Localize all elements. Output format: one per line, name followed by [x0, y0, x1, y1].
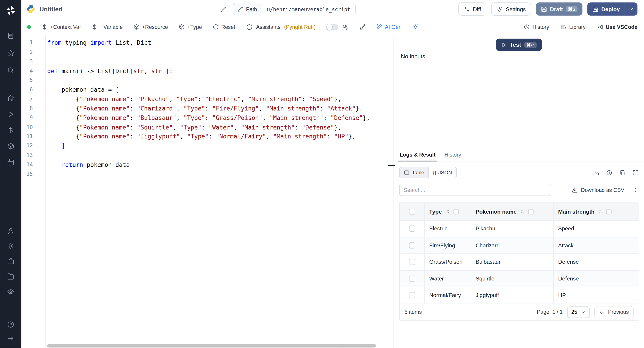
code-line[interactable]: [47, 151, 370, 160]
more-options-button[interactable]: [632, 187, 639, 193]
code-line[interactable]: from typing import List, Dict: [47, 38, 370, 48]
code-line[interactable]: [47, 48, 370, 57]
code-line[interactable]: [47, 170, 370, 179]
toolbar-right: History Library Use VSCode: [524, 24, 638, 30]
table-row[interactable]: Grass/PoisonBulbasaurDefense: [400, 254, 639, 270]
sidebar-item-schedules[interactable]: [7, 158, 14, 166]
sidebar-item-settings[interactable]: [7, 242, 14, 250]
test-button[interactable]: Test ⌘↵: [496, 39, 542, 51]
sidebar-item-users[interactable]: [7, 227, 14, 234]
sidebar-item-folders[interactable]: [7, 273, 14, 280]
previous-page-button[interactable]: Previous: [594, 306, 634, 318]
edit-summary-button[interactable]: [220, 6, 226, 12]
view-json-button[interactable]: {} JSON: [428, 167, 456, 178]
editor-code[interactable]: from typing import List, Dictdef main() …: [47, 38, 370, 179]
draft-button[interactable]: Draft ⌘S: [536, 2, 582, 16]
sidebar-item-home[interactable]: [7, 94, 14, 102]
sidebar-group: [7, 227, 14, 296]
expand-icon: [7, 335, 14, 342]
row-checkbox[interactable]: [409, 259, 415, 265]
add-context-var-button[interactable]: +Context Var: [42, 24, 81, 30]
view-table-button[interactable]: Table: [400, 167, 428, 178]
sidebar-item-search[interactable]: [7, 67, 14, 74]
table-row[interactable]: Normal/FairyJigglypuffHP: [400, 287, 639, 304]
sidebar-item-variables[interactable]: [7, 126, 14, 134]
code-line[interactable]: {"Pokemon name": "Charizard", "Type": "F…: [47, 104, 370, 114]
sidebar-item-resources[interactable]: [7, 142, 14, 150]
reset-button[interactable]: Reset: [213, 24, 235, 30]
history-button[interactable]: History: [524, 24, 549, 30]
code-line[interactable]: [47, 57, 370, 66]
row-checkbox[interactable]: [409, 242, 415, 248]
download-csv-button[interactable]: Download as CSV: [572, 187, 624, 193]
ai-sparkles-button[interactable]: [412, 24, 418, 30]
code-line[interactable]: pokemon_data = [: [47, 85, 370, 94]
draft-label: Draft: [550, 6, 563, 12]
row-checkbox[interactable]: [409, 226, 415, 232]
sidebar-item-help[interactable]: [7, 321, 14, 328]
tab-logs-result[interactable]: Logs & Result: [396, 148, 440, 161]
format-brush-button[interactable]: [359, 24, 366, 30]
tab-history[interactable]: History: [441, 148, 465, 161]
table-row[interactable]: WaterSquirtleDefense: [400, 270, 639, 287]
copy-result-button[interactable]: [620, 170, 626, 176]
code-line[interactable]: ]: [47, 141, 370, 151]
horizontal-scrollbar[interactable]: [47, 344, 376, 348]
ai-gen-button[interactable]: AI Gen: [376, 24, 402, 30]
assistants-label[interactable]: Assistants: [256, 24, 280, 30]
code-line[interactable]: {"Pokemon name": "Bulbasaur", "Type": "G…: [47, 113, 370, 122]
row-checkbox[interactable]: [409, 292, 415, 298]
deploy-dropdown[interactable]: [625, 2, 638, 16]
sidebar-item-runs[interactable]: [7, 110, 14, 118]
history-label: History: [532, 24, 549, 30]
row-checkbox[interactable]: [409, 276, 415, 282]
sort-icon[interactable]: [520, 209, 525, 214]
add-resource-button[interactable]: +Resource: [133, 24, 168, 30]
page-size-select[interactable]: 25: [567, 306, 590, 318]
library-button[interactable]: Library: [560, 24, 586, 30]
result-info-button[interactable]: [606, 170, 612, 176]
workers-icon: [7, 258, 14, 265]
table-row[interactable]: Fire/FlyingCharizardAttack: [400, 237, 639, 254]
deploy-button[interactable]: Deploy: [587, 2, 637, 16]
expand-result-button[interactable]: [632, 170, 639, 176]
windmill-logo[interactable]: [0, 0, 22, 22]
editor-toolbar: +Context Var +Variable +Resource +Type R…: [22, 18, 644, 36]
path-edit-button[interactable]: Path: [233, 3, 262, 15]
sidebar-item-audit-logs[interactable]: [7, 288, 14, 296]
code-editor[interactable]: 123456789101112131415 from typing import…: [22, 36, 394, 348]
sidebar-item-workers[interactable]: [7, 258, 14, 265]
sidebar-item-favorites[interactable]: [7, 49, 14, 56]
code-line[interactable]: {"Pokemon name": "Pikachu", "Type": "Ele…: [47, 94, 370, 104]
diff-button[interactable]: Diff: [458, 2, 486, 16]
column-filter-box[interactable]: [528, 209, 534, 214]
sidebar-item-apps[interactable]: [7, 32, 14, 39]
column-filter-box[interactable]: [453, 209, 459, 214]
add-variable-button[interactable]: +Variable: [92, 24, 122, 30]
play-icon: [501, 42, 506, 48]
info-icon: [606, 170, 612, 176]
code-line[interactable]: return pokemon_data: [47, 160, 370, 170]
add-type-button[interactable]: +Type: [179, 24, 202, 30]
download-result-button[interactable]: [593, 170, 599, 176]
panel-resize-handle[interactable]: [388, 165, 395, 166]
path-control[interactable]: Path u/henri/maneuverable_script: [233, 3, 356, 15]
multiplayer-toggle[interactable]: [326, 24, 338, 30]
code-line[interactable]: {"Pokemon name": "Jigglypuff", "Type": "…: [47, 132, 370, 141]
settings-button[interactable]: Settings: [491, 2, 531, 16]
editor-gutter[interactable]: 123456789101112131415: [22, 38, 33, 179]
sidebar-item-expand[interactable]: [7, 335, 14, 342]
code-line[interactable]: {"Pokemon name": "Squirtle", "Type": "Wa…: [47, 122, 370, 132]
main-shell: Untitled Path u/henri/maneuverable_scrip…: [22, 0, 644, 348]
sort-icon[interactable]: [444, 209, 450, 214]
search-input[interactable]: [399, 184, 551, 196]
use-vscode-button[interactable]: Use VSCode: [597, 24, 638, 30]
code-line[interactable]: [47, 76, 370, 85]
assistants-refresh-icon[interactable]: [246, 24, 252, 30]
code-line[interactable]: def main() -> List[Dict[str, str]]:: [47, 66, 370, 76]
table-row[interactable]: ElectricPikachuSpeed: [400, 220, 639, 237]
sort-icon[interactable]: [598, 209, 603, 214]
add-context-var-label: +Context Var: [50, 24, 81, 30]
select-all-checkbox[interactable]: [409, 208, 415, 215]
column-filter-box[interactable]: [606, 209, 611, 214]
